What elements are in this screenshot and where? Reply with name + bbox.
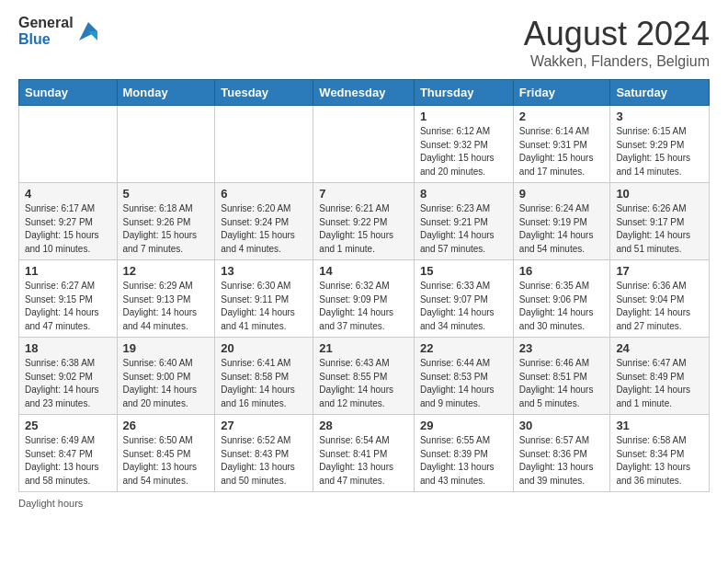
day-info: Sunrise: 6:47 AM Sunset: 8:49 PM Dayligh… bbox=[616, 357, 703, 410]
calendar-cell: 1Sunrise: 6:12 AM Sunset: 9:32 PM Daylig… bbox=[414, 106, 513, 183]
day-info: Sunrise: 6:27 AM Sunset: 9:15 PM Dayligh… bbox=[25, 280, 111, 333]
day-number: 22 bbox=[420, 341, 507, 355]
day-number: 25 bbox=[25, 419, 111, 432]
day-info: Sunrise: 6:50 AM Sunset: 8:45 PM Dayligh… bbox=[123, 434, 210, 488]
day-number: 28 bbox=[319, 419, 408, 432]
calendar-weekday-header: Wednesday bbox=[313, 80, 415, 106]
day-number: 23 bbox=[519, 341, 605, 355]
day-number: 12 bbox=[123, 264, 210, 278]
page: General Blue August 2024 Wakken, Flander… bbox=[0, 0, 728, 518]
calendar-weekday-header: Tuesday bbox=[215, 80, 313, 106]
calendar-cell: 12Sunrise: 6:29 AM Sunset: 9:13 PM Dayli… bbox=[117, 260, 215, 338]
logo-blue-text: Blue bbox=[18, 31, 74, 48]
calendar-cell bbox=[215, 106, 313, 183]
day-info: Sunrise: 6:49 AM Sunset: 8:47 PM Dayligh… bbox=[25, 434, 111, 488]
calendar-week-row: 1Sunrise: 6:12 AM Sunset: 9:32 PM Daylig… bbox=[19, 106, 710, 183]
day-info: Sunrise: 6:55 AM Sunset: 8:39 PM Dayligh… bbox=[420, 434, 507, 488]
calendar-cell: 29Sunrise: 6:55 AM Sunset: 8:39 PM Dayli… bbox=[414, 415, 513, 492]
day-number: 3 bbox=[616, 109, 703, 123]
calendar-cell: 25Sunrise: 6:49 AM Sunset: 8:47 PM Dayli… bbox=[19, 415, 118, 492]
day-number: 10 bbox=[616, 187, 703, 201]
calendar-weekday-header: Saturday bbox=[610, 80, 710, 106]
calendar-cell: 8Sunrise: 6:23 AM Sunset: 9:21 PM Daylig… bbox=[414, 183, 513, 260]
day-info: Sunrise: 6:44 AM Sunset: 8:53 PM Dayligh… bbox=[420, 357, 507, 410]
calendar-week-row: 18Sunrise: 6:38 AM Sunset: 9:02 PM Dayli… bbox=[19, 338, 710, 415]
day-info: Sunrise: 6:14 AM Sunset: 9:31 PM Dayligh… bbox=[519, 125, 605, 178]
main-title: August 2024 bbox=[524, 15, 710, 53]
calendar-cell: 3Sunrise: 6:15 AM Sunset: 9:29 PM Daylig… bbox=[610, 106, 710, 183]
day-info: Sunrise: 6:30 AM Sunset: 9:11 PM Dayligh… bbox=[221, 280, 307, 333]
calendar-week-row: 4Sunrise: 6:17 AM Sunset: 9:27 PM Daylig… bbox=[19, 183, 710, 260]
calendar-week-row: 11Sunrise: 6:27 AM Sunset: 9:15 PM Dayli… bbox=[19, 260, 710, 338]
day-number: 6 bbox=[221, 187, 307, 201]
title-area: August 2024 Wakken, Flanders, Belgium bbox=[524, 15, 710, 70]
day-info: Sunrise: 6:43 AM Sunset: 8:55 PM Dayligh… bbox=[319, 357, 408, 410]
calendar-cell: 10Sunrise: 6:26 AM Sunset: 9:17 PM Dayli… bbox=[610, 183, 710, 260]
day-info: Sunrise: 6:57 AM Sunset: 8:36 PM Dayligh… bbox=[519, 434, 605, 488]
day-info: Sunrise: 6:29 AM Sunset: 9:13 PM Dayligh… bbox=[123, 280, 210, 333]
day-number: 20 bbox=[221, 341, 307, 355]
day-number: 7 bbox=[319, 187, 408, 201]
logo-general-text: General bbox=[18, 15, 74, 31]
calendar-cell: 31Sunrise: 6:58 AM Sunset: 8:34 PM Dayli… bbox=[610, 415, 710, 492]
day-info: Sunrise: 6:35 AM Sunset: 9:06 PM Dayligh… bbox=[519, 280, 605, 333]
day-info: Sunrise: 6:21 AM Sunset: 9:22 PM Dayligh… bbox=[319, 202, 408, 256]
day-number: 4 bbox=[25, 187, 111, 201]
day-info: Sunrise: 6:52 AM Sunset: 8:43 PM Dayligh… bbox=[221, 434, 307, 488]
day-info: Sunrise: 6:58 AM Sunset: 8:34 PM Dayligh… bbox=[616, 434, 703, 488]
calendar-weekday-header: Monday bbox=[117, 80, 215, 106]
day-number: 30 bbox=[519, 419, 605, 432]
calendar-cell: 19Sunrise: 6:40 AM Sunset: 9:00 PM Dayli… bbox=[117, 338, 215, 415]
logo-icon bbox=[75, 18, 101, 44]
calendar-weekday-header: Thursday bbox=[414, 80, 513, 106]
day-number: 2 bbox=[519, 109, 605, 123]
day-number: 16 bbox=[519, 264, 605, 278]
calendar-cell bbox=[19, 106, 118, 183]
logo: General Blue bbox=[18, 15, 101, 47]
calendar-cell: 28Sunrise: 6:54 AM Sunset: 8:41 PM Dayli… bbox=[313, 415, 415, 492]
day-number: 27 bbox=[221, 419, 307, 432]
day-info: Sunrise: 6:12 AM Sunset: 9:32 PM Dayligh… bbox=[420, 125, 507, 178]
day-number: 26 bbox=[123, 419, 210, 432]
calendar-cell: 7Sunrise: 6:21 AM Sunset: 9:22 PM Daylig… bbox=[313, 183, 415, 260]
day-info: Sunrise: 6:17 AM Sunset: 9:27 PM Dayligh… bbox=[25, 202, 111, 256]
svg-marker-1 bbox=[88, 31, 97, 40]
daylight-label: Daylight hours bbox=[18, 498, 83, 509]
day-info: Sunrise: 6:46 AM Sunset: 8:51 PM Dayligh… bbox=[519, 357, 605, 410]
day-info: Sunrise: 6:32 AM Sunset: 9:09 PM Dayligh… bbox=[319, 280, 408, 333]
calendar-cell: 14Sunrise: 6:32 AM Sunset: 9:09 PM Dayli… bbox=[313, 260, 415, 338]
calendar-cell: 24Sunrise: 6:47 AM Sunset: 8:49 PM Dayli… bbox=[610, 338, 710, 415]
calendar-cell: 5Sunrise: 6:18 AM Sunset: 9:26 PM Daylig… bbox=[117, 183, 215, 260]
calendar-cell: 30Sunrise: 6:57 AM Sunset: 8:36 PM Dayli… bbox=[513, 415, 610, 492]
calendar-cell: 26Sunrise: 6:50 AM Sunset: 8:45 PM Dayli… bbox=[117, 415, 215, 492]
day-number: 5 bbox=[123, 187, 210, 201]
calendar-cell: 15Sunrise: 6:33 AM Sunset: 9:07 PM Dayli… bbox=[414, 260, 513, 338]
day-number: 9 bbox=[519, 187, 605, 201]
calendar-cell: 27Sunrise: 6:52 AM Sunset: 8:43 PM Dayli… bbox=[215, 415, 313, 492]
day-info: Sunrise: 6:20 AM Sunset: 9:24 PM Dayligh… bbox=[221, 202, 307, 256]
day-info: Sunrise: 6:18 AM Sunset: 9:26 PM Dayligh… bbox=[123, 202, 210, 256]
day-info: Sunrise: 6:33 AM Sunset: 9:07 PM Dayligh… bbox=[420, 280, 507, 333]
calendar-cell: 20Sunrise: 6:41 AM Sunset: 8:58 PM Dayli… bbox=[215, 338, 313, 415]
day-info: Sunrise: 6:24 AM Sunset: 9:19 PM Dayligh… bbox=[519, 202, 605, 256]
calendar-weekday-header: Friday bbox=[513, 80, 610, 106]
calendar-cell: 21Sunrise: 6:43 AM Sunset: 8:55 PM Dayli… bbox=[313, 338, 415, 415]
calendar-cell: 22Sunrise: 6:44 AM Sunset: 8:53 PM Dayli… bbox=[414, 338, 513, 415]
day-info: Sunrise: 6:15 AM Sunset: 9:29 PM Dayligh… bbox=[616, 125, 703, 178]
day-number: 14 bbox=[319, 264, 408, 278]
calendar-cell bbox=[313, 106, 415, 183]
day-number: 31 bbox=[616, 419, 703, 432]
calendar-cell: 6Sunrise: 6:20 AM Sunset: 9:24 PM Daylig… bbox=[215, 183, 313, 260]
day-number: 18 bbox=[25, 341, 111, 355]
day-info: Sunrise: 6:26 AM Sunset: 9:17 PM Dayligh… bbox=[616, 202, 703, 256]
day-info: Sunrise: 6:36 AM Sunset: 9:04 PM Dayligh… bbox=[616, 280, 703, 333]
day-number: 17 bbox=[616, 264, 703, 278]
calendar-cell: 4Sunrise: 6:17 AM Sunset: 9:27 PM Daylig… bbox=[19, 183, 118, 260]
calendar-cell: 16Sunrise: 6:35 AM Sunset: 9:06 PM Dayli… bbox=[513, 260, 610, 338]
header: General Blue August 2024 Wakken, Flander… bbox=[18, 15, 710, 70]
day-number: 13 bbox=[221, 264, 307, 278]
calendar-cell: 13Sunrise: 6:30 AM Sunset: 9:11 PM Dayli… bbox=[215, 260, 313, 338]
calendar-week-row: 25Sunrise: 6:49 AM Sunset: 8:47 PM Dayli… bbox=[19, 415, 710, 492]
calendar-cell: 23Sunrise: 6:46 AM Sunset: 8:51 PM Dayli… bbox=[513, 338, 610, 415]
day-info: Sunrise: 6:54 AM Sunset: 8:41 PM Dayligh… bbox=[319, 434, 408, 488]
